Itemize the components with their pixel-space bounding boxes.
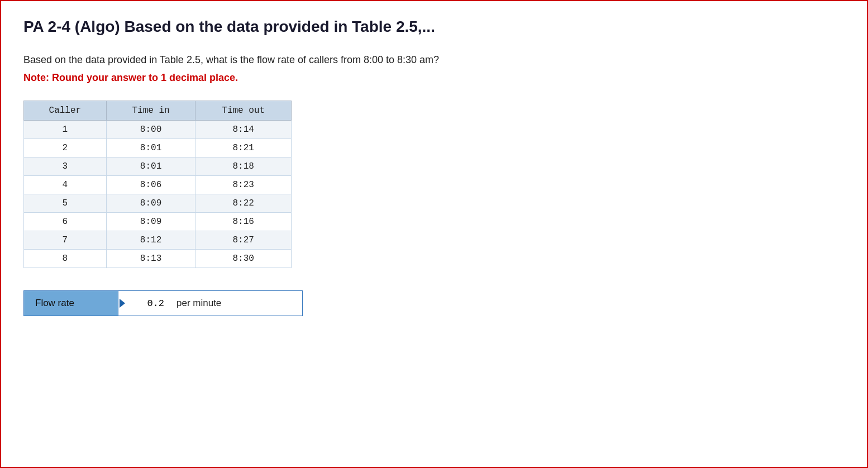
table-cell: 1 bbox=[24, 121, 107, 139]
table-row: 58:098:22 bbox=[24, 194, 292, 213]
table-row: 78:128:27 bbox=[24, 231, 292, 250]
col-header-time-in: Time in bbox=[106, 101, 195, 121]
table-row: 28:018:21 bbox=[24, 139, 292, 157]
table-cell: 8:18 bbox=[195, 157, 292, 176]
table-cell: 8:01 bbox=[106, 157, 195, 176]
answer-input-wrapper: per minute bbox=[118, 290, 303, 316]
table-row: 18:008:14 bbox=[24, 121, 292, 139]
flow-rate-label: Flow rate bbox=[23, 290, 118, 316]
table-row: 48:068:23 bbox=[24, 176, 292, 194]
table-cell: 4 bbox=[24, 176, 107, 194]
table-cell: 8:30 bbox=[195, 250, 292, 268]
triangle-indicator bbox=[120, 299, 125, 308]
question-text: Based on the data provided in Table 2.5,… bbox=[23, 52, 845, 68]
table-cell: 8:01 bbox=[106, 139, 195, 157]
table-cell: 8:14 bbox=[195, 121, 292, 139]
table-cell: 7 bbox=[24, 231, 107, 250]
table-cell: 8:16 bbox=[195, 213, 292, 231]
table-cell: 5 bbox=[24, 194, 107, 213]
table-cell: 8:12 bbox=[106, 231, 195, 250]
table-cell: 8:13 bbox=[106, 250, 195, 268]
table-cell: 8:00 bbox=[106, 121, 195, 139]
table-cell: 6 bbox=[24, 213, 107, 231]
table-cell: 8:09 bbox=[106, 213, 195, 231]
col-header-time-out: Time out bbox=[195, 101, 292, 121]
per-minute-label: per minute bbox=[170, 293, 228, 313]
table-row: 68:098:16 bbox=[24, 213, 292, 231]
table-cell: 3 bbox=[24, 157, 107, 176]
note-text: Note: Round your answer to 1 decimal pla… bbox=[23, 72, 845, 84]
col-header-caller: Caller bbox=[24, 101, 107, 121]
table-cell: 2 bbox=[24, 139, 107, 157]
answer-row: Flow rate per minute bbox=[23, 290, 303, 316]
table-cell: 8:23 bbox=[195, 176, 292, 194]
flow-rate-input[interactable] bbox=[125, 294, 170, 313]
table-cell: 8:22 bbox=[195, 194, 292, 213]
table-row: 38:018:18 bbox=[24, 157, 292, 176]
table-row: 88:138:30 bbox=[24, 250, 292, 268]
page-title: PA 2-4 (Algo) Based on the data provided… bbox=[23, 18, 845, 36]
table-cell: 8:09 bbox=[106, 194, 195, 213]
table-cell: 8 bbox=[24, 250, 107, 268]
table-cell: 8:21 bbox=[195, 139, 292, 157]
table-cell: 8:06 bbox=[106, 176, 195, 194]
table-cell: 8:27 bbox=[195, 231, 292, 250]
data-table: Caller Time in Time out 18:008:1428:018:… bbox=[23, 101, 292, 268]
